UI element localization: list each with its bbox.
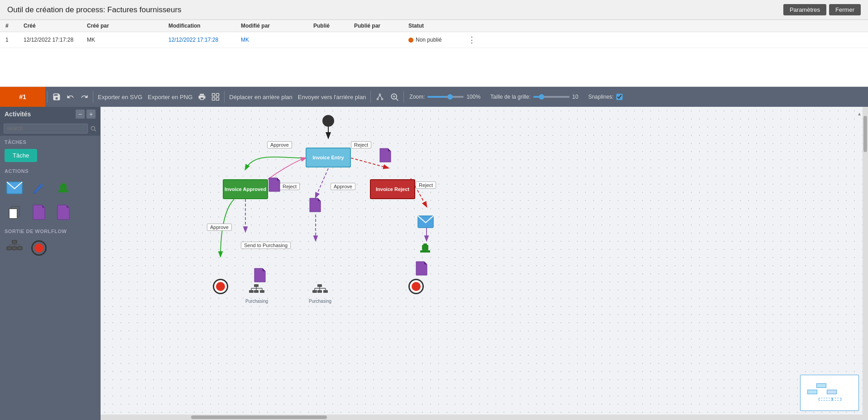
close-button[interactable]: Fermer	[829, 4, 861, 15]
doc-icon-3	[309, 197, 321, 213]
end-node-2[interactable]	[408, 279, 424, 294]
edit-action[interactable]	[29, 178, 49, 198]
table-row[interactable]: 1 12/12/2022 17:17:28 MK 12/12/2022 17:1…	[0, 32, 868, 48]
svg-point-6	[379, 94, 381, 95]
org-chart-sortie[interactable]	[5, 238, 24, 258]
col-modified: Modification	[168, 23, 241, 29]
email-icon-right	[417, 215, 434, 228]
stamp-node-right[interactable]	[417, 240, 433, 257]
col-num: #	[5, 23, 24, 29]
col-modified-by: Modifié par	[241, 23, 313, 29]
doc-node-right[interactable]	[415, 261, 428, 277]
fork-icon	[375, 92, 384, 101]
label-reject-2: Reject	[279, 183, 300, 190]
expand-button[interactable]: +	[86, 110, 96, 119]
main-area: Activités − + TÂCHES Tâche ACTIONS	[0, 107, 868, 420]
snaplines-label: Snaplines:	[588, 94, 614, 100]
tab-1[interactable]: #1	[0, 87, 45, 107]
h-scroll-thumb[interactable]	[191, 415, 327, 419]
col-published: Publié	[313, 23, 354, 29]
workflow-canvas[interactable]: ▲	[101, 107, 868, 420]
col-actions	[463, 23, 481, 29]
doc-icon-right	[415, 261, 428, 276]
svg-rect-17	[58, 190, 68, 192]
vertical-scrollbar[interactable]	[863, 107, 868, 420]
org-node-2[interactable]: Purchasing	[309, 283, 331, 304]
grid-slider[interactable]	[533, 96, 570, 98]
sidebar-title: Activités	[5, 110, 31, 118]
pen-icon	[31, 180, 47, 196]
search-input[interactable]	[4, 124, 88, 134]
invoice-approved-label: Invoice Approved	[225, 186, 266, 192]
redo-button[interactable]	[77, 87, 91, 107]
params-button[interactable]: Paramètres	[783, 4, 826, 15]
export-png-button[interactable]: Exporter en PNG	[145, 87, 195, 107]
end-node-1[interactable]	[213, 279, 228, 294]
svg-rect-22	[12, 240, 17, 243]
svg-rect-24	[12, 247, 17, 250]
svg-point-13	[91, 126, 95, 130]
email-action[interactable]	[5, 178, 24, 198]
stamp-action[interactable]	[53, 178, 73, 198]
horizontal-scrollbar[interactable]	[101, 415, 868, 420]
grid-value: 10	[572, 94, 578, 100]
org-label-2: Purchasing	[309, 299, 331, 304]
document2-icon	[57, 204, 70, 220]
tache-button[interactable]: Tâche	[5, 149, 37, 162]
zoom-slider[interactable]	[427, 96, 464, 98]
search-bar	[0, 121, 100, 136]
org-chart-node-1	[248, 283, 265, 298]
document-action[interactable]	[29, 202, 49, 222]
label-approve-2: Approve	[331, 183, 355, 190]
group-button[interactable]	[209, 87, 222, 107]
invoice-reject-node[interactable]: Invoice Reject	[370, 179, 415, 199]
move-back-button[interactable]: Déplacer en arrière plan	[226, 87, 295, 107]
zoom-fit-button[interactable]	[387, 87, 402, 107]
invoice-entry-node[interactable]: Invoice Entry	[306, 148, 351, 167]
collapse-button[interactable]: −	[76, 110, 85, 119]
print-icon	[198, 93, 206, 101]
zoom-thumb	[447, 94, 453, 100]
page-title: Outil de création de process: Factures f…	[7, 5, 182, 14]
v-scroll-thumb[interactable]	[863, 116, 867, 152]
document-icon	[32, 204, 46, 220]
org-node-1[interactable]: Purchasing	[245, 283, 268, 304]
sep4	[370, 91, 371, 103]
arrows-layer	[101, 107, 868, 420]
label-approve-1: Approve	[267, 141, 292, 148]
end-circle-inner	[34, 243, 43, 253]
status-text: Non publié	[416, 37, 441, 43]
row-modified[interactable]: 12/12/2022 17:17:28	[168, 37, 241, 43]
doc-node-4[interactable]	[254, 267, 266, 284]
doc-icon-2	[379, 148, 392, 163]
email-node-right[interactable]	[417, 215, 434, 229]
fork-button[interactable]	[373, 87, 387, 107]
invoice-approved-node[interactable]: Invoice Approved	[223, 179, 268, 199]
doc-node-1[interactable]	[268, 177, 281, 194]
print-button[interactable]	[195, 87, 209, 107]
start-node[interactable]	[322, 115, 334, 127]
send-back-button[interactable]: Envoyer vers l'arrière plan	[295, 87, 369, 107]
sep5	[403, 91, 404, 103]
label-reject-3: Reject	[416, 181, 436, 189]
doc-node-2[interactable]	[379, 148, 392, 164]
undo-button[interactable]	[64, 87, 77, 107]
svg-rect-3	[216, 98, 219, 100]
svg-line-8	[380, 95, 382, 99]
end-circle-icon	[31, 240, 47, 256]
status-badge: Non publié	[408, 37, 463, 43]
document2-action[interactable]	[53, 202, 73, 222]
save-button[interactable]	[49, 87, 64, 107]
snaplines-checkbox[interactable]	[616, 94, 623, 100]
row-menu[interactable]: ⋮	[463, 35, 481, 45]
doc-node-3[interactable]	[309, 197, 321, 214]
zoom-value: 100%	[466, 94, 480, 100]
copy-action[interactable]	[5, 202, 24, 222]
svg-rect-57	[420, 250, 430, 253]
sidebar-controls: − +	[76, 110, 96, 119]
end-circle-sortie[interactable]	[29, 238, 49, 258]
export-svg-button[interactable]: Exporter en SVG	[95, 87, 145, 107]
svg-line-35	[316, 168, 328, 197]
group-icon	[211, 93, 220, 101]
row-modified-by[interactable]: MK	[241, 37, 313, 43]
